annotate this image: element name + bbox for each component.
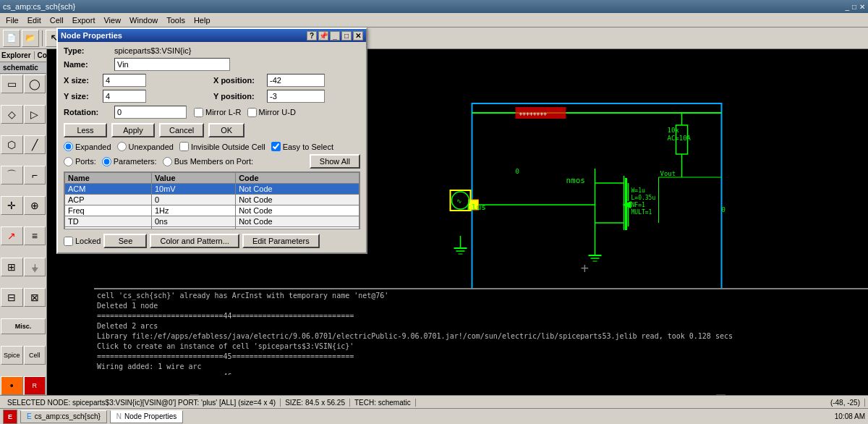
params-table-scroll[interactable]: Name Value Code ACM10mVNot CodeACP0Not C…	[64, 171, 360, 229]
xpos-input[interactable]	[267, 74, 325, 87]
unexpanded-radio[interactable]	[117, 142, 127, 151]
tool-connect[interactable]: ⊟	[1, 288, 23, 307]
new-btn[interactable]: 📄	[3, 30, 20, 47]
expanded-radio[interactable]	[64, 142, 73, 151]
rotation-input[interactable]	[114, 106, 187, 119]
taskbar-tab-nodeprops-icon: N	[116, 412, 122, 420]
color-pattern-button[interactable]: Color and Pattern...	[150, 234, 239, 248]
apply-button[interactable]: Apply	[111, 123, 155, 137]
tool-misc[interactable]: ≡	[24, 226, 46, 245]
params-row-acm[interactable]: ACM10mVNot Code	[65, 184, 359, 195]
menu-export[interactable]: Export	[68, 14, 100, 26]
bus-radio[interactable]	[163, 157, 172, 166]
locked-check[interactable]	[64, 237, 73, 246]
dialog-close-btn[interactable]: ✕	[353, 31, 363, 41]
menu-edit[interactable]: Edit	[23, 14, 46, 26]
tool-red-r[interactable]: R	[24, 376, 46, 395]
close-btn[interactable]: ✕	[859, 3, 865, 11]
status-selected: SELECTED NODE: spiceparts$3:VSIN{ic}[VSI…	[3, 399, 281, 407]
menu-cell[interactable]: Cell	[46, 14, 68, 26]
console-area[interactable]: cell 'cs_sch{sch}' already has ArcInst w…	[94, 288, 868, 375]
open-btn[interactable]: 📂	[22, 30, 39, 47]
dialog-maximize-btn[interactable]: □	[341, 31, 352, 41]
params-row-freq[interactable]: Freq1HzNot Code	[65, 205, 359, 216]
edit-params-button[interactable]: Edit Parameters	[242, 234, 320, 248]
name-input[interactable]	[114, 58, 230, 71]
minimize-btn[interactable]: _	[845, 3, 849, 11]
unexpanded-label[interactable]: Unexpanded	[117, 142, 174, 151]
dialog-pin-btn[interactable]: 📌	[318, 31, 328, 41]
tool-cell-btn[interactable]: Cell	[24, 346, 46, 365]
mirror-lr-check[interactable]	[194, 108, 203, 117]
params-row-theta[interactable]: Theta0Not Code	[65, 227, 359, 230]
taskbar-tab-node-props[interactable]: N Node Properties	[110, 410, 184, 423]
ypos-input[interactable]	[267, 90, 325, 103]
xpos-label: X position:	[213, 76, 264, 85]
menu-window[interactable]: Window	[125, 14, 162, 26]
ysize-input[interactable]	[103, 90, 146, 103]
tool-cursor[interactable]: ↗	[1, 226, 23, 245]
parameters-radio[interactable]	[102, 157, 111, 166]
menu-view[interactable]: View	[99, 14, 125, 26]
locked-label[interactable]: Locked	[64, 237, 101, 246]
menu-help[interactable]: Help	[190, 14, 215, 26]
tool-cross[interactable]: ✛	[1, 196, 23, 215]
tool-move[interactable]: ⊠	[24, 288, 46, 307]
tool-wire[interactable]: ⌐	[24, 166, 46, 185]
expanded-label[interactable]: Expanded	[64, 142, 111, 151]
params-table: Name Value Code ACM10mVNot CodeACP0Not C…	[64, 172, 359, 229]
tool-node[interactable]: ⊕	[24, 196, 46, 215]
console-line-4: Deleted 2 arcs	[97, 321, 865, 331]
params-radio-row: Ports: Parameters: Bus Members on Port: …	[64, 154, 360, 169]
mirror-lr-label[interactable]: Mirror L-R	[194, 108, 242, 117]
params-cell-name: ACM	[65, 184, 152, 195]
tool-grid: ▭ ◯ ◇ ▷ ⬡ ╱ ⌒ ⌐ ✛ ⊕ ↗ ≡ ⊞ ⏚ ⊟ ⊠ Misc. Sp…	[0, 74, 46, 407]
ysize-label: Y size:	[64, 92, 100, 101]
status-size: SIZE: 84.5 x 56.25	[281, 399, 350, 407]
params-cell-value: 0	[151, 227, 235, 230]
title-bar-controls[interactable]: _ □ ✕	[845, 3, 865, 11]
invisible-label[interactable]: Invisible Outside Cell	[179, 142, 265, 151]
params-cell-code: Not Code	[236, 184, 359, 195]
cancel-button[interactable]: Cancel	[159, 123, 204, 137]
see-button[interactable]: See	[103, 234, 147, 248]
tool-arc[interactable]: ⌒	[1, 166, 23, 185]
taskbar-logo[interactable]: E	[3, 410, 17, 424]
invisible-check[interactable]	[179, 142, 189, 151]
xsize-input[interactable]	[103, 74, 146, 87]
taskbar-tab-schematic[interactable]: E cs_amp:cs_sch{sch}	[20, 410, 107, 423]
easy-select-label[interactable]: Easy to Select	[271, 142, 333, 151]
tool-spice[interactable]: Spice	[1, 346, 23, 365]
schematic-label: schematic	[0, 62, 46, 74]
maximize-btn[interactable]: □	[852, 3, 856, 11]
ports-radio[interactable]	[64, 157, 73, 166]
tool-line[interactable]: ╱	[24, 135, 46, 154]
tool-component[interactable]: ⊞	[1, 258, 23, 276]
dialog-minimize-btn[interactable]: _	[330, 31, 340, 41]
tool-rect[interactable]: ▭	[1, 75, 23, 93]
params-row-td[interactable]: TD0nsNot Code	[65, 216, 359, 227]
bus-radio-label[interactable]: Bus Members on Port:	[163, 157, 253, 166]
menu-tools[interactable]: Tools	[162, 14, 190, 26]
status-coords: (-48, -25)	[826, 399, 865, 407]
dialog-help-btn[interactable]: ?	[307, 31, 317, 41]
tool-dot[interactable]: •	[1, 376, 23, 395]
tool-triangle[interactable]: ▷	[24, 105, 46, 124]
tool-diamond[interactable]: ◇	[1, 105, 23, 124]
parameters-radio-label[interactable]: Parameters:	[102, 157, 157, 166]
show-all-button[interactable]: Show All	[310, 154, 360, 169]
mirror-ud-label[interactable]: Mirror U-D	[247, 108, 296, 117]
tool-circle[interactable]: ◯	[24, 75, 46, 93]
params-row-acp[interactable]: ACP0Not Code	[65, 195, 359, 205]
ok-button[interactable]: OK	[208, 123, 244, 137]
tool-misc-label[interactable]: Misc.	[1, 318, 46, 334]
easy-select-check[interactable]	[271, 142, 281, 151]
ypos-label: Y position:	[213, 92, 264, 101]
tool-ground[interactable]: ⏚	[24, 258, 46, 276]
less-button[interactable]: Less	[64, 123, 107, 137]
menu-file[interactable]: File	[1, 14, 23, 26]
dialog-title-bar[interactable]: Node Properties ? 📌 _ □ ✕	[58, 29, 366, 42]
tool-hexagon[interactable]: ⬡	[1, 135, 23, 154]
ports-radio-label[interactable]: Ports:	[64, 157, 96, 166]
mirror-ud-check[interactable]	[247, 108, 257, 117]
